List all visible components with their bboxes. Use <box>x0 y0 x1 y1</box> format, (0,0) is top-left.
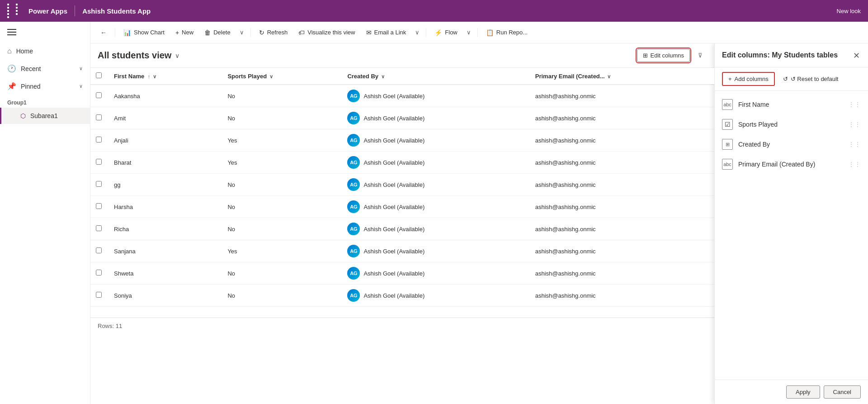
waffle-icon[interactable] <box>7 4 23 18</box>
avatar: AG <box>347 223 360 235</box>
email-chevron-button[interactable]: ∨ <box>412 26 422 38</box>
email-value: ashish@ashishg.onmic <box>535 270 596 277</box>
col-header-createdby[interactable]: Created By ∨ <box>342 68 529 85</box>
topbar: Power Apps Ashish Students App New look <box>0 0 868 22</box>
edit-columns-button[interactable]: ⊞ Edit columns <box>637 49 690 62</box>
table-row[interactable]: Bharat Yes AG Ashish Goel (Available) as… <box>90 152 714 174</box>
panel-col-label: Primary Email (Created By) <box>738 161 815 168</box>
rows-count: Rows: 11 <box>98 323 122 329</box>
sidebar-item-recent[interactable]: 🕐 Recent ∨ <box>0 60 90 77</box>
avatar: AG <box>347 156 360 169</box>
header-checkbox[interactable] <box>96 72 102 78</box>
back-button[interactable]: ← <box>96 26 111 39</box>
refresh-button[interactable]: ↻ Refresh <box>255 26 292 39</box>
panel-column-item[interactable]: ⊞ Created By ⋮⋮ <box>715 134 868 154</box>
drag-handle-icon[interactable]: ⋮⋮ <box>848 101 861 108</box>
sidebar-item-subarea1[interactable]: ⬡ Subarea1 <box>0 108 90 124</box>
col-firstname-chevron-icon: ∨ <box>153 74 156 79</box>
sidebar-recent-label: Recent <box>21 65 41 72</box>
email-value: ashish@ashishg.onmic <box>535 159 596 166</box>
table-row[interactable]: Sanjana Yes AG Ashish Goel (Available) a… <box>90 240 714 262</box>
table-row[interactable]: Anjali Yes AG Ashish Goel (Available) as… <box>90 129 714 152</box>
show-chart-button[interactable]: 📊 Show Chart <box>119 26 169 39</box>
row-sports: No <box>222 85 342 107</box>
row-sports: No <box>222 174 342 196</box>
table-row[interactable]: Richa No AG Ashish Goel (Available) ashi… <box>90 218 714 240</box>
visualize-button[interactable]: 🏷 Visualize this view <box>294 26 359 39</box>
row-email: ashish@ashishg.onmic <box>530 129 714 152</box>
row-firstname: Shweta <box>108 262 222 285</box>
table-row[interactable]: Amit No AG Ashish Goel (Available) ashis… <box>90 107 714 129</box>
row-checkbox-2[interactable] <box>96 137 102 143</box>
row-checkbox-4[interactable] <box>96 181 102 187</box>
row-email: ashish@ashishg.onmic <box>530 85 714 107</box>
subarea-icon: ⬡ <box>20 112 26 119</box>
view-title-chevron-icon[interactable]: ∨ <box>175 52 179 59</box>
row-checkbox-cell <box>90 107 108 129</box>
add-columns-button[interactable]: + Add columns <box>722 72 775 86</box>
table-row[interactable]: Harsha No AG Ashish Goel (Available) ash… <box>90 196 714 218</box>
run-report-button[interactable]: 📋 Run Repo... <box>481 26 532 39</box>
table-row[interactable]: Soniya No AG Ashish Goel (Available) ash… <box>90 285 714 307</box>
flow-chevron-button[interactable]: ∨ <box>464 26 474 38</box>
table-body: Aakansha No AG Ashish Goel (Available) a… <box>90 85 714 307</box>
col-firstname-label: First Name <box>114 73 144 80</box>
recent-icon: 🕐 <box>7 64 16 73</box>
row-checkbox-5[interactable] <box>96 203 102 209</box>
row-checkbox-3[interactable] <box>96 159 102 165</box>
toolbar-sep-4 <box>477 28 478 37</box>
panel-column-item[interactable]: abc Primary Email (Created By) ⋮⋮ <box>715 154 868 174</box>
row-checkbox-cell <box>90 285 108 307</box>
row-checkbox-7[interactable] <box>96 247 102 253</box>
avatar: AG <box>347 267 360 280</box>
row-checkbox-8[interactable] <box>96 270 102 276</box>
row-checkbox-6[interactable] <box>96 225 102 231</box>
col-header-firstname[interactable]: First Name ↑ ∨ <box>108 68 222 85</box>
row-email: ashish@ashishg.onmic <box>530 285 714 307</box>
col-sports-chevron-icon: ∨ <box>269 74 273 79</box>
row-sports: No <box>222 218 342 240</box>
refresh-icon: ↻ <box>259 29 264 36</box>
delete-label: Delete <box>213 29 231 36</box>
visualize-label: Visualize this view <box>307 29 355 36</box>
panel-close-button[interactable]: ✕ <box>852 50 861 62</box>
row-email: ashish@ashishg.onmic <box>530 107 714 129</box>
email-link-label: Email a Link <box>374 29 406 36</box>
col-icon-table: ⊞ <box>722 139 733 150</box>
col-header-email[interactable]: Primary Email (Created... ∨ <box>530 68 714 85</box>
panel-column-item[interactable]: abc First Name ⋮⋮ <box>715 95 868 114</box>
drag-handle-icon[interactable]: ⋮⋮ <box>848 161 861 168</box>
panel-toolbar: + Add columns ↺ ↺ Reset to default <box>715 67 868 91</box>
new-button[interactable]: + New <box>171 26 198 39</box>
filter-button[interactable]: ⊽ <box>693 49 707 62</box>
row-checkbox-0[interactable] <box>96 92 102 98</box>
createdby-value: Ashish Goel (Available) <box>363 226 425 233</box>
col-header-sports[interactable]: Sports Played ∨ <box>222 68 342 85</box>
cancel-button[interactable]: Cancel <box>824 385 861 399</box>
apply-button[interactable]: Apply <box>786 385 820 399</box>
row-checkbox-9[interactable] <box>96 292 102 298</box>
sidebar-item-pinned[interactable]: 📌 Pinned ∨ <box>0 77 90 95</box>
panel-column-item[interactable]: ☑ Sports Played ⋮⋮ <box>715 114 868 134</box>
col-icon-text: abc <box>722 159 733 170</box>
drag-handle-icon[interactable]: ⋮⋮ <box>848 141 861 148</box>
row-checkbox-1[interactable] <box>96 114 102 120</box>
visualize-icon: 🏷 <box>298 29 305 36</box>
email-link-button[interactable]: ✉ Email a Link <box>362 26 411 39</box>
table-row[interactable]: Aakansha No AG Ashish Goel (Available) a… <box>90 85 714 107</box>
avatar: AG <box>347 245 360 257</box>
createdby-value: Ashish Goel (Available) <box>363 292 425 299</box>
add-icon: + <box>728 76 732 82</box>
row-checkbox-cell <box>90 196 108 218</box>
delete-chevron-button[interactable]: ∨ <box>237 26 247 38</box>
table-row[interactable]: gg No AG Ashish Goel (Available) ashish@… <box>90 174 714 196</box>
hamburger-icon[interactable] <box>0 22 90 43</box>
reset-button[interactable]: ↺ ↺ Reset to default <box>778 73 843 85</box>
col-icon-text: abc <box>722 99 733 110</box>
flow-button[interactable]: ⚡ Flow <box>430 26 462 39</box>
view-title: All students view <box>98 50 171 61</box>
drag-handle-icon[interactable]: ⋮⋮ <box>848 121 861 128</box>
table-row[interactable]: Shweta No AG Ashish Goel (Available) ash… <box>90 262 714 285</box>
delete-button[interactable]: 🗑 Delete <box>200 26 235 39</box>
sidebar-item-home[interactable]: ⌂ Home <box>0 43 90 60</box>
